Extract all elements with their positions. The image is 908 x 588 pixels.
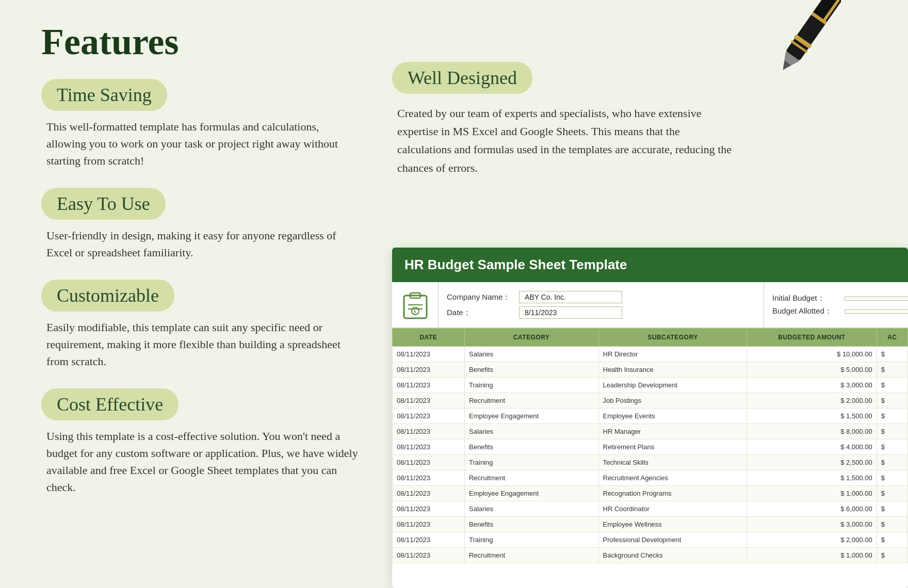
cell-date: 08/11/2023 (393, 501, 465, 517)
cell-category: Training (464, 378, 598, 393)
cell-actual: $ (877, 532, 907, 548)
cell-date: 08/11/2023 (393, 548, 465, 563)
sheet-header: HR Budget Sample Sheet Template (392, 248, 908, 282)
cell-budgeted-amount: $ 1,000.00 (747, 548, 877, 563)
cell-actual: $ (877, 378, 907, 393)
cell-subcategory: HR Director (598, 347, 747, 362)
cell-subcategory: Technical Skills (598, 455, 747, 470)
col-date: DATE (393, 329, 465, 347)
cell-date: 08/11/2023 (393, 455, 465, 470)
cell-date: 08/11/2023 (393, 378, 465, 393)
badge-time-saving-label: Time Saving (57, 85, 152, 105)
table-scroll[interactable]: DATE CATEGORY SUBCATEGORY BUDGETED AMOUN… (392, 328, 908, 563)
badge-customizable-label: Customizable (57, 285, 159, 306)
right-column-top: Well Designed Created by our team of exp… (392, 62, 753, 177)
cell-subcategory: Employee Wellness (598, 517, 747, 532)
cell-date: 08/11/2023 (393, 424, 465, 439)
desc-customizable: Easily modifiable, this template can sui… (41, 319, 361, 370)
cell-actual: $ (877, 548, 907, 563)
cell-date: 08/11/2023 (393, 393, 465, 409)
cell-actual: $ (877, 455, 907, 470)
cell-budgeted-amount: $ 3,000.00 (747, 517, 877, 532)
cell-category: Salaries (464, 501, 598, 517)
table-row: 08/11/2023TrainingLeadership Development… (393, 378, 908, 393)
cell-date: 08/11/2023 (393, 532, 465, 548)
table-row: 08/11/2023BenefitsEmployee Wellness$ 3,0… (393, 517, 908, 532)
table-row: 08/11/2023Employee EngagementEmployee Ev… (393, 409, 908, 424)
col-ac: AC (877, 329, 907, 347)
cell-subcategory: Job Postings (598, 393, 747, 409)
table-row: 08/11/2023SalariesHR Director$ 10,000.00… (393, 347, 908, 362)
desc-well-designed: Created by our team of experts and speci… (392, 104, 733, 177)
cell-budgeted-amount: $ 1,500.00 (747, 470, 877, 486)
initial-budget-value (845, 297, 908, 301)
cell-category: Salaries (464, 424, 598, 439)
cell-actual: $ (877, 439, 907, 455)
badge-easy-to-use: Easy To Use (41, 188, 166, 220)
sheet-fields: Company Name： ABY Co. Inc. Date： 8/11/20… (439, 282, 764, 328)
cell-date: 08/11/2023 (393, 470, 465, 486)
cell-actual: $ (877, 409, 907, 424)
sheet-icon-cell: $ (392, 282, 439, 328)
cell-actual: $ (877, 347, 907, 362)
cell-actual: $ (877, 486, 907, 501)
cell-subcategory: Health Insurance (598, 362, 747, 378)
cell-subcategory: Leadership Development (598, 378, 747, 393)
cell-date: 08/11/2023 (393, 439, 465, 455)
cell-subcategory: Professional Development (598, 532, 747, 548)
col-subcategory: SUBCATEGORY (598, 329, 747, 347)
badge-time-saving: Time Saving (41, 79, 167, 111)
cell-subcategory: HR Manager (598, 424, 747, 439)
cell-category: Recruitment (464, 393, 598, 409)
col-category: CATEGORY (464, 329, 598, 347)
table-row: 08/11/2023RecruitmentJob Postings$ 2,000… (393, 393, 908, 409)
table-row: 08/11/2023SalariesHR Manager$ 8,000.00$ (393, 424, 908, 439)
cell-budgeted-amount: $ 2,500.00 (747, 455, 877, 470)
cell-actual: $ (877, 501, 907, 517)
badge-easy-to-use-label: Easy To Use (57, 193, 150, 214)
cell-budgeted-amount: $ 8,000.00 (747, 424, 877, 439)
cell-date: 08/11/2023 (393, 362, 465, 378)
left-column: Features Time Saving This well-formatted… (41, 21, 392, 514)
cell-subcategory: Retirement Plans (598, 439, 747, 455)
cell-category: Recruitment (464, 470, 598, 486)
badge-cost-effective: Cost Effective (41, 388, 179, 420)
cell-budgeted-amount: $ 2,000.00 (747, 393, 877, 409)
badge-well-designed-label: Well Designed (408, 68, 517, 88)
cell-category: Benefits (464, 517, 598, 532)
cell-category: Employee Engagement (464, 486, 598, 501)
initial-budget-label: Initial Budget： (772, 293, 839, 303)
svg-text:$: $ (414, 309, 416, 314)
desc-time-saving: This well-formatted template has formula… (41, 118, 361, 169)
feature-customizable: Customizable Easily modifiable, this tem… (41, 280, 392, 370)
cell-budgeted-amount: $ 2,000.00 (747, 532, 877, 548)
pen-decoration (744, 0, 897, 116)
company-name-row: Company Name： ABY Co. Inc. (447, 291, 755, 303)
cell-budgeted-amount: $ 5,000.00 (747, 362, 877, 378)
badge-customizable: Customizable (41, 280, 174, 312)
cell-budgeted-amount: $ 1,500.00 (747, 409, 877, 424)
cell-category: Benefits (464, 362, 598, 378)
initial-budget-row: Initial Budget： (772, 293, 900, 303)
cell-actual: $ (877, 470, 907, 486)
cell-category: Training (464, 455, 598, 470)
desc-easy-to-use: User-friendly in design, making it easy … (41, 227, 361, 261)
cell-category: Training (464, 532, 598, 548)
cell-category: Salaries (464, 347, 598, 362)
sheet-right-fields: Initial Budget： Budget Allotted： (764, 282, 908, 328)
cell-actual: $ (877, 517, 907, 532)
badge-cost-effective-label: Cost Effective (57, 394, 163, 415)
budget-icon: $ (400, 289, 431, 320)
date-value: 8/11/2023 (519, 306, 622, 319)
cell-subcategory: Background Checks (598, 548, 747, 563)
feature-cost-effective: Cost Effective Using this template is a … (41, 388, 392, 496)
cell-budgeted-amount: $ 3,000.00 (747, 378, 877, 393)
sheet-info-row: $ Company Name： ABY Co. Inc. Date： 8/11/… (392, 282, 908, 328)
date-label: Date： (447, 308, 514, 318)
table-row: 08/11/2023Employee EngagementRecognation… (393, 486, 908, 501)
table-row: 08/11/2023SalariesHR Coordinator$ 6,000.… (393, 501, 908, 517)
feature-easy-to-use: Easy To Use User-friendly in design, mak… (41, 188, 392, 261)
page-container: Features Time Saving This well-formatted… (0, 0, 908, 588)
cell-budgeted-amount: $ 10,000.00 (747, 347, 877, 362)
cell-budgeted-amount: $ 1,000.00 (747, 486, 877, 501)
